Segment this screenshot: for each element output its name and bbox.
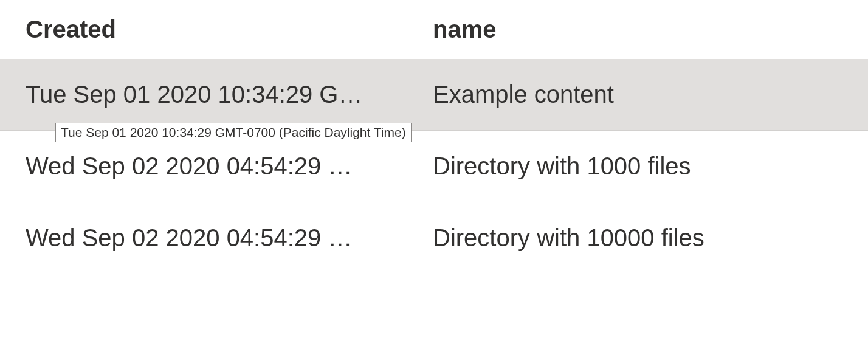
cell-created: Tue Sep 01 2020 10:34:29 G…: [0, 59, 407, 130]
cell-name: Example content: [407, 59, 868, 130]
cell-name: Directory with 10000 files: [407, 202, 868, 274]
table-header-row: Created name: [0, 0, 868, 59]
tooltip: Tue Sep 01 2020 10:34:29 GMT-0700 (Pacif…: [55, 123, 412, 142]
table-row[interactable]: Tue Sep 01 2020 10:34:29 G… Example cont…: [0, 59, 868, 131]
column-header-name[interactable]: name: [407, 0, 868, 59]
cell-name: Directory with 1000 files: [407, 131, 868, 202]
file-table: Created name Tue Sep 01 2020 10:34:29 G……: [0, 0, 868, 274]
column-header-created[interactable]: Created: [0, 0, 407, 59]
table-row[interactable]: Wed Sep 02 2020 04:54:29 … Directory wit…: [0, 202, 868, 274]
cell-created: Wed Sep 02 2020 04:54:29 …: [0, 202, 407, 274]
